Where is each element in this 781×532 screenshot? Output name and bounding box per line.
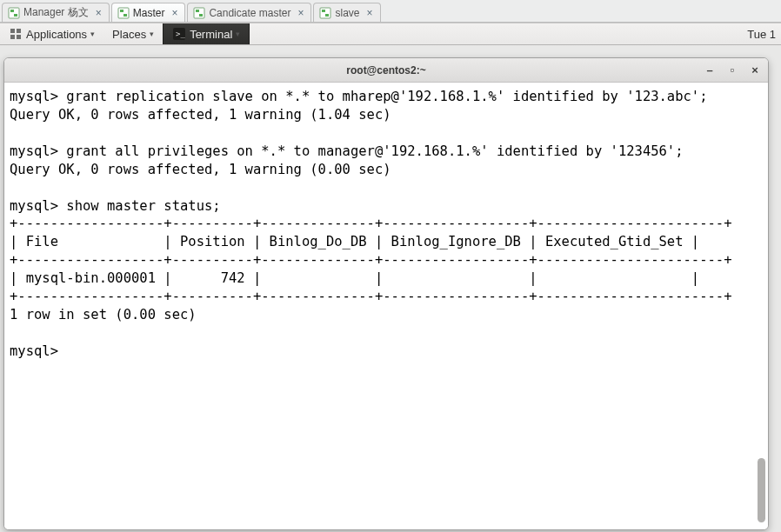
svg-rect-6 <box>194 8 204 18</box>
terminal-window: root@centos2:~ – ▫ × mysql> grant replic… <box>3 57 769 530</box>
svg-rect-4 <box>120 10 123 12</box>
panel-terminal[interactable]: >_ Terminal ▾ <box>163 23 250 44</box>
gnome-top-panel: Applications ▾ Places ▾ >_ Terminal ▾ Tu… <box>0 23 781 45</box>
terminal-icon: >_ <box>172 27 186 41</box>
svg-rect-9 <box>320 8 330 18</box>
close-icon[interactable]: × <box>367 8 373 18</box>
panel-applications[interactable]: Applications ▾ <box>0 23 103 44</box>
tab-candidate-master[interactable]: Candicate master × <box>187 3 311 22</box>
svg-rect-1 <box>10 10 14 12</box>
chevron-down-icon: ▾ <box>150 30 154 38</box>
svg-rect-12 <box>10 29 15 33</box>
editor-tabs: Manager 杨文 × Master × Candicate master ×… <box>0 0 781 23</box>
window-controls: – ▫ × <box>702 62 763 77</box>
scrollbar-thumb[interactable] <box>758 458 765 522</box>
svg-rect-5 <box>123 14 127 17</box>
tab-slave[interactable]: slave × <box>313 3 380 22</box>
tab-label: Master <box>133 7 165 19</box>
svg-rect-0 <box>9 8 19 18</box>
panel-clock[interactable]: Tue 1 <box>742 28 781 41</box>
panel-label: Terminal <box>190 28 232 41</box>
svg-rect-10 <box>322 10 325 12</box>
workspace: root@centos2:~ – ▫ × mysql> grant replic… <box>0 45 781 532</box>
tab-label: Candicate master <box>209 7 290 19</box>
terminal-tab-icon <box>8 7 20 19</box>
svg-rect-15 <box>17 35 21 39</box>
svg-rect-2 <box>14 14 17 17</box>
svg-text:>_: >_ <box>176 30 185 38</box>
tab-label: slave <box>335 7 359 19</box>
svg-rect-11 <box>325 14 329 17</box>
terminal-titlebar[interactable]: root@centos2:~ – ▫ × <box>4 58 768 83</box>
terminal-output: mysql> grant replication slave on *.* to… <box>10 89 732 359</box>
maximize-icon[interactable]: ▫ <box>724 62 740 77</box>
terminal-tab-icon <box>319 7 331 19</box>
svg-rect-14 <box>10 35 15 39</box>
terminal-body[interactable]: mysql> grant replication slave on *.* to… <box>4 83 768 529</box>
applications-icon <box>9 27 23 41</box>
close-icon[interactable]: × <box>297 8 304 18</box>
panel-label: Applications <box>26 28 87 41</box>
close-icon[interactable]: × <box>747 62 763 77</box>
terminal-tab-icon <box>117 7 130 19</box>
panel-label: Places <box>112 28 146 41</box>
tab-master[interactable]: Master × <box>111 3 186 22</box>
window-title: root@centos2:~ <box>346 64 425 76</box>
svg-rect-13 <box>17 29 21 33</box>
svg-rect-7 <box>196 10 199 12</box>
close-icon[interactable]: × <box>171 8 177 18</box>
svg-rect-8 <box>199 14 203 17</box>
close-icon[interactable]: × <box>96 8 102 18</box>
scrollbar-track[interactable] <box>760 86 766 526</box>
chevron-down-icon: ▾ <box>236 30 240 38</box>
panel-places[interactable]: Places ▾ <box>103 23 163 44</box>
tab-manager[interactable]: Manager 杨文 × <box>2 3 110 22</box>
chevron-down-icon: ▾ <box>90 30 95 38</box>
svg-rect-3 <box>118 8 129 18</box>
minimize-icon[interactable]: – <box>702 62 718 77</box>
terminal-tab-icon <box>193 7 205 19</box>
tab-label: Manager 杨文 <box>23 5 89 20</box>
